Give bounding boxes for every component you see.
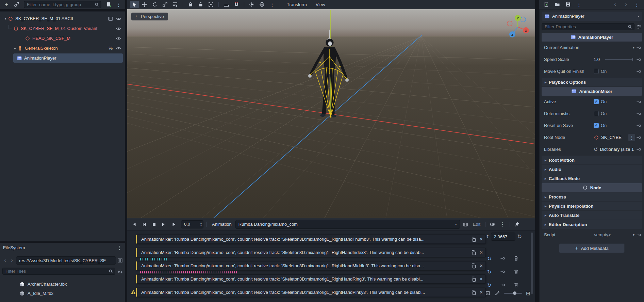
visibility-eye-icon[interactable] bbox=[116, 46, 121, 51]
group-root-motion[interactable]: ▸ Root Motion bbox=[542, 156, 642, 164]
collapse-closed-icon[interactable]: ▸ bbox=[13, 46, 17, 50]
group-editor-description[interactable]: ▸ Editor Description bbox=[542, 220, 642, 229]
tree-row-skeleton[interactable]: ▸ GeneralSkeleton % bbox=[0, 43, 125, 53]
scale-tool-button[interactable] bbox=[161, 1, 169, 8]
visibility-eye-icon[interactable] bbox=[116, 36, 121, 41]
scene-filter-input[interactable] bbox=[24, 1, 101, 8]
animation-panel-menu-button[interactable]: ⋮ bbox=[498, 220, 507, 228]
group-physics-interpolation[interactable]: ▸ Physics Interpolation bbox=[542, 202, 642, 210]
visibility-eye-icon[interactable] bbox=[116, 16, 121, 21]
speed-scale-value[interactable]: 1.0 bbox=[594, 57, 600, 62]
link-value-icon[interactable] bbox=[636, 232, 641, 238]
close-icon[interactable]: × bbox=[480, 290, 483, 295]
track-link-icon[interactable] bbox=[500, 282, 505, 288]
preview-settings-button[interactable]: ⋮ bbox=[268, 1, 277, 8]
root-node-value[interactable]: SK_CYBE bbox=[601, 135, 622, 140]
stop-button[interactable] bbox=[150, 220, 159, 228]
copy-icon[interactable] bbox=[471, 263, 476, 269]
step-forward-button[interactable] bbox=[160, 220, 168, 228]
tree-row-head[interactable]: HEAD_SK_CSF_M bbox=[0, 33, 125, 43]
file-item[interactable]: ArcherCharacter.fbx bbox=[0, 280, 125, 289]
link-value-icon[interactable] bbox=[636, 57, 641, 62]
copy-icon[interactable] bbox=[471, 290, 476, 295]
delete-track-icon[interactable] bbox=[513, 282, 519, 288]
track-scrollbar[interactable] bbox=[531, 233, 533, 294]
resource-menu-button[interactable]: ⋮ bbox=[575, 1, 583, 8]
copy-icon[interactable] bbox=[471, 250, 476, 255]
unique-name-icon[interactable]: % bbox=[109, 46, 113, 50]
move-tool-button[interactable] bbox=[140, 1, 149, 8]
zoom-fit-icon[interactable]: ⊞ bbox=[526, 291, 530, 296]
link-value-icon[interactable] bbox=[636, 99, 641, 105]
group-playback-options[interactable]: ▸ Playback Options bbox=[542, 78, 642, 86]
3d-viewport[interactable]: Y X Z ⋮ Perspective bbox=[127, 9, 535, 218]
animation-length-spinbox[interactable]: 2.3667 bbox=[491, 233, 515, 241]
history-back-button[interactable]: ‹ bbox=[611, 1, 620, 8]
root-node-options-button[interactable]: ⋮ bbox=[628, 134, 635, 141]
add-node-button[interactable]: + bbox=[2, 1, 11, 8]
split-view-icon[interactable] bbox=[117, 258, 123, 263]
active-checkbox[interactable]: ✓ bbox=[594, 99, 599, 104]
time-spinbox[interactable]: 0.0 ▴▾ bbox=[181, 220, 203, 228]
tree-row-animation-player[interactable]: AnimationPlayer bbox=[0, 53, 125, 63]
snap-toggle-button[interactable] bbox=[232, 1, 241, 8]
filesystem-filter-input[interactable] bbox=[2, 268, 115, 275]
step-back-button[interactable] bbox=[140, 220, 149, 228]
close-icon[interactable]: × bbox=[480, 250, 483, 255]
speed-scale-slider[interactable] bbox=[605, 59, 633, 60]
fs-back-button[interactable]: ‹ bbox=[2, 257, 8, 264]
environment-preview-button[interactable] bbox=[258, 1, 266, 8]
track-link-icon[interactable] bbox=[500, 269, 505, 274]
group-auto-translate[interactable]: ▸ Auto Translate bbox=[542, 211, 642, 220]
script-dropdown[interactable]: <empty>▾ bbox=[594, 231, 635, 239]
instance-scene-button[interactable] bbox=[12, 1, 21, 8]
group-nodes-button[interactable] bbox=[207, 1, 215, 8]
unlock-node-button[interactable] bbox=[196, 1, 205, 8]
spin-arrows[interactable]: ▴▾ bbox=[200, 222, 202, 227]
close-icon[interactable]: × bbox=[480, 276, 483, 282]
wrap-mode-icon[interactable]: ↻ bbox=[487, 256, 492, 261]
select-tool-button[interactable] bbox=[130, 1, 139, 8]
delete-track-icon[interactable] bbox=[513, 269, 519, 274]
load-resource-button[interactable] bbox=[553, 1, 562, 8]
play-button[interactable] bbox=[169, 220, 178, 228]
group-audio[interactable]: ▸ Audio bbox=[542, 165, 642, 174]
filter-options-icon[interactable] bbox=[637, 24, 642, 30]
tree-row-root[interactable]: ▾ SK_CYBER_SF_M_01 ASCII bbox=[0, 14, 125, 23]
history-forward-button[interactable]: › bbox=[622, 1, 630, 8]
track-link-icon[interactable] bbox=[500, 256, 505, 261]
onion-skinning-button[interactable] bbox=[488, 220, 497, 228]
transform-menu[interactable]: Transform bbox=[283, 2, 311, 7]
link-value-icon[interactable] bbox=[636, 123, 641, 128]
scene-badge-icon[interactable] bbox=[108, 16, 113, 21]
inspector-filter-input[interactable] bbox=[542, 23, 634, 30]
collapse-open-icon[interactable]: ▾ bbox=[3, 17, 8, 20]
pin-panel-button[interactable] bbox=[513, 220, 522, 228]
close-icon[interactable]: × bbox=[480, 237, 483, 242]
animation-select-dropdown[interactable]: Rumba Dancing/mixamo_com ▾ bbox=[235, 220, 460, 229]
new-resource-button[interactable] bbox=[542, 1, 551, 8]
save-resource-button[interactable] bbox=[564, 1, 573, 8]
reset-on-save-checkbox[interactable]: ✓ bbox=[594, 123, 599, 128]
visibility-eye-icon[interactable] bbox=[116, 26, 121, 31]
copy-icon[interactable] bbox=[471, 237, 476, 242]
file-item[interactable]: A_Idle_M.fbx bbox=[0, 289, 125, 298]
deterministic-checkbox[interactable] bbox=[594, 111, 599, 116]
category-animationplayer[interactable]: AnimationPlayer bbox=[542, 33, 642, 42]
play-backwards-button[interactable] bbox=[130, 220, 139, 228]
list-select-button[interactable] bbox=[171, 1, 180, 8]
loop-button[interactable]: ↻ bbox=[517, 234, 522, 239]
movie-quit-checkbox[interactable] bbox=[594, 69, 599, 74]
close-icon[interactable]: × bbox=[480, 263, 483, 269]
wrap-mode-icon[interactable]: ↻ bbox=[487, 269, 492, 274]
lock-node-button[interactable] bbox=[186, 1, 195, 8]
rotate-tool-button[interactable] bbox=[150, 1, 159, 8]
history-menu-button[interactable]: ⋮ bbox=[632, 1, 641, 8]
fs-path-breadcrumb[interactable]: res://Assets/3D Model tests/SK_CYBER_SF bbox=[16, 256, 116, 265]
animation-menu-button[interactable]: Animation bbox=[209, 222, 234, 227]
inspected-node-selector[interactable]: AnimationPlayer ▾ bbox=[542, 12, 642, 21]
link-value-icon[interactable] bbox=[636, 69, 641, 74]
scene-tree-menu-button[interactable]: ⋮ bbox=[114, 1, 123, 8]
category-animationmixer[interactable]: AnimationMixer bbox=[542, 87, 642, 96]
current-animation-dropdown[interactable]: ▾ bbox=[594, 44, 635, 52]
